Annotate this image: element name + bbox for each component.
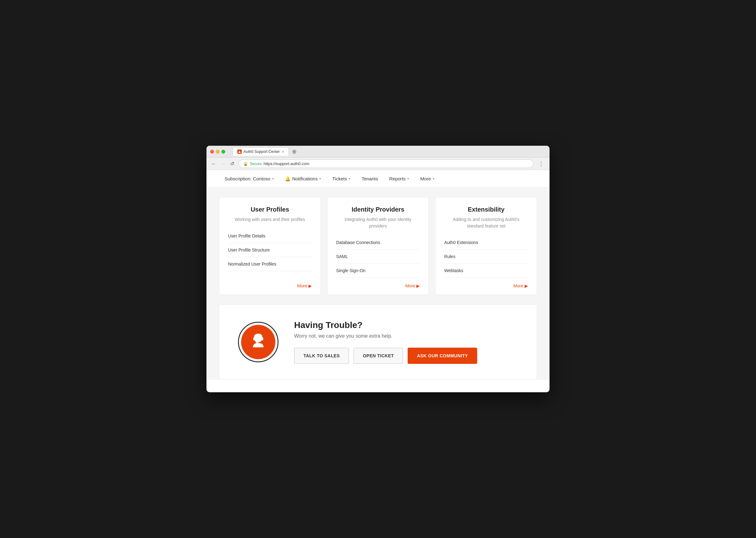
card-1-more-link[interactable]: More ▶ (336, 283, 420, 288)
help-section: Having Trouble? Worry not, we can give y… (219, 304, 537, 380)
card-2: ExtensibilityAdding to and customizing A… (435, 197, 537, 295)
tab-title: Auth0 Support Center (244, 149, 280, 154)
tab-bar: Auth0 Support Center × ⊕ (233, 147, 299, 156)
help-subtitle: Worry not, we can give you some extra he… (294, 333, 518, 339)
subscription-chevron-icon: ▾ (272, 177, 274, 180)
cards-section: User ProfilesWorking with users and thei… (207, 188, 549, 301)
new-tab-button[interactable]: ⊕ (290, 148, 299, 155)
card-2-title: Extensibility (444, 206, 528, 213)
ask-community-button[interactable]: ASK OUR COMMUNITY (408, 348, 477, 364)
nav-subscription[interactable]: Subscription: Contoso ▾ (219, 170, 279, 187)
help-content: Having Trouble? Worry not, we can give y… (294, 320, 518, 364)
card-0-more-arrow-icon: ▶ (308, 283, 312, 288)
card-1-description: Integrating Auth0 with your identity pro… (336, 216, 420, 229)
nav-tenants-label: Tenants (361, 176, 378, 181)
tab-close-button[interactable]: × (282, 149, 284, 154)
card-1-links: Database ConnectionsSAMLSingle Sign-On (336, 236, 420, 278)
title-bar: Auth0 Support Center × ⊕ (207, 146, 549, 158)
nav-notifications[interactable]: 🔔 Notifications ▾ (279, 170, 327, 187)
card-1-title: Identity Providers (336, 206, 420, 213)
secure-label: Secure (250, 162, 262, 166)
help-icon-wrapper (238, 322, 278, 362)
nav-reports-label: Reports (389, 176, 406, 181)
nav-subscription-label: Subscription: Contoso (224, 176, 270, 181)
page-content: Subscription: Contoso ▾ 🔔 Notifications … (207, 170, 549, 380)
close-button[interactable] (210, 150, 214, 153)
card-1-more-arrow-icon: ▶ (416, 283, 420, 288)
bell-icon: 🔔 (285, 176, 290, 181)
svg-rect-3 (261, 337, 263, 341)
card-1: Identity ProvidersIntegrating Auth0 with… (327, 197, 429, 295)
card-1-link-0[interactable]: Database Connections (336, 236, 420, 250)
secure-icon: 🔒 (243, 162, 248, 166)
card-0-link-0[interactable]: User Profile Details (228, 229, 312, 243)
talk-to-sales-button[interactable]: TALK TO SALES (294, 348, 349, 364)
reports-chevron-icon: ▾ (407, 177, 409, 180)
minimize-button[interactable] (216, 150, 219, 153)
help-icon-inner (241, 325, 275, 359)
notifications-chevron-icon: ▾ (319, 177, 321, 180)
card-0-link-1[interactable]: User Profile Structure (228, 243, 312, 257)
nav-tickets-label: Tickets (332, 176, 347, 181)
browser-menu-button[interactable]: ⋮ (537, 160, 546, 168)
url-bar[interactable]: 🔒 Secure https://support.auth0.com (239, 159, 533, 168)
forward-button[interactable]: → (219, 160, 227, 167)
card-2-more-link[interactable]: More ▶ (444, 283, 528, 288)
site-nav: Subscription: Contoso ▾ 🔔 Notifications … (207, 170, 549, 188)
nav-more[interactable]: More ▾ (414, 170, 440, 187)
more-chevron-icon: ▾ (433, 177, 435, 180)
tickets-chevron-icon: ▾ (349, 177, 350, 180)
card-2-description: Adding to and customizing Auth0's standa… (444, 216, 528, 229)
card-0: User ProfilesWorking with users and thei… (219, 197, 321, 295)
refresh-button[interactable]: ↺ (229, 160, 235, 167)
nav-notifications-label: Notifications (292, 176, 318, 181)
maximize-button[interactable] (221, 150, 225, 153)
card-2-link-0[interactable]: Auth0 Extensions (444, 236, 528, 250)
browser-window: Auth0 Support Center × ⊕ ← → ↺ 🔒 Secure … (207, 146, 549, 392)
card-2-more-label: More (513, 283, 523, 288)
card-1-link-2[interactable]: Single Sign-On (336, 264, 420, 278)
address-bar: ← → ↺ 🔒 Secure https://support.auth0.com… (207, 158, 549, 170)
card-2-more-arrow-icon: ▶ (525, 283, 528, 288)
browser-tab[interactable]: Auth0 Support Center × (233, 147, 289, 156)
nav-tenants[interactable]: Tenants (356, 170, 384, 187)
svg-point-4 (257, 342, 258, 344)
traffic-lights (210, 150, 225, 153)
url-text: https://support.auth0.com (263, 161, 309, 166)
card-0-link-2[interactable]: Normalized User Profiles (228, 257, 312, 271)
card-0-more-link[interactable]: More ▶ (228, 283, 312, 288)
card-2-links: Auth0 ExtensionsRulesWebtasks (444, 236, 528, 278)
card-1-link-1[interactable]: SAML (336, 250, 420, 264)
help-buttons: TALK TO SALES OPEN TICKET ASK OUR COMMUN… (294, 348, 518, 364)
nav-tickets[interactable]: Tickets ▾ (327, 170, 356, 187)
nav-more-label: More (420, 176, 431, 181)
help-icon-circle (238, 322, 278, 362)
nav-buttons: ← → ↺ (210, 160, 235, 167)
open-ticket-button[interactable]: OPEN TICKET (354, 348, 403, 364)
card-2-link-2[interactable]: Webtasks (444, 264, 528, 278)
svg-marker-0 (238, 150, 241, 153)
card-0-more-label: More (297, 283, 307, 288)
card-2-link-1[interactable]: Rules (444, 250, 528, 264)
support-icon (247, 331, 269, 353)
card-1-more-label: More (405, 283, 415, 288)
back-button[interactable]: ← (210, 160, 218, 167)
card-0-links: User Profile DetailsUser Profile Structu… (228, 229, 312, 278)
card-0-title: User Profiles (228, 206, 312, 213)
nav-reports[interactable]: Reports ▾ (384, 170, 415, 187)
card-0-description: Working with users and their profiles (228, 216, 312, 223)
tab-favicon (237, 149, 242, 154)
help-title: Having Trouble? (294, 320, 518, 330)
